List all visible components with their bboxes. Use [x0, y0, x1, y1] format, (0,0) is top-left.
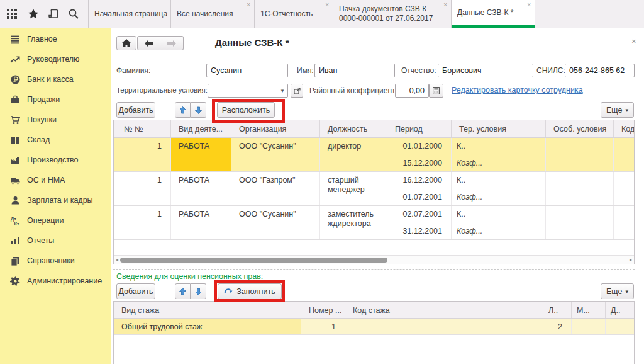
tab-close-icon[interactable]: × — [247, 2, 250, 8]
cell-territory[interactable]: К.. — [452, 206, 546, 222]
table-row[interactable]: 1 РАБОТА ООО "Газпром" старший менеджер … — [114, 172, 634, 206]
name-field[interactable]: Иван — [314, 64, 395, 77]
back-button[interactable] — [137, 36, 160, 50]
cell-position[interactable]: заместитель ждиректора — [320, 206, 387, 239]
history-icon[interactable] — [48, 8, 59, 20]
sidebar-item-reports[interactable]: Отчеты — [0, 230, 111, 251]
column-header[interactable]: Должность — [320, 120, 387, 137]
scrollbar-thumb[interactable] — [120, 258, 387, 263]
more-button-bottom[interactable]: Еще▾ — [601, 283, 634, 299]
scroll-right-icon[interactable]: ▸ — [630, 257, 632, 263]
sidebar-item-administration[interactable]: Администрирование — [0, 271, 111, 291]
territory-combo[interactable]: ▾ — [208, 84, 288, 98]
move-up-button[interactable] — [175, 283, 191, 299]
cell-num[interactable]: 1 — [114, 172, 171, 188]
cell-days[interactable] — [606, 319, 634, 334]
move-down-button[interactable] — [191, 283, 206, 299]
cell-organization[interactable]: ООО "Сусанин" — [231, 206, 320, 239]
forward-button[interactable] — [160, 36, 184, 50]
cell-num[interactable]: 1 — [114, 138, 171, 154]
move-down-button[interactable] — [191, 102, 206, 118]
favorites-star-icon[interactable] — [28, 8, 39, 20]
tab-1c-reporting[interactable]: 1С-Отчетность× — [255, 0, 333, 28]
surname-field[interactable]: Сусанин — [206, 64, 288, 77]
coefficient-field[interactable]: 0,00 — [395, 84, 429, 98]
table-row[interactable]: 1 РАБОТА ООО "Сусанин" заместитель ждире… — [114, 206, 634, 240]
home-button[interactable] — [116, 36, 136, 50]
horizontal-scrollbar[interactable]: ◂ ▸ — [114, 255, 634, 264]
column-header[interactable]: Код стажа — [345, 302, 543, 318]
cell-activity-type[interactable]: РАБОТА — [171, 138, 231, 171]
patronymic-field[interactable]: Борисович — [438, 64, 533, 77]
search-icon[interactable] — [68, 8, 79, 20]
tab-szvk-data[interactable]: Данные СЗВ-К *× — [452, 0, 535, 28]
edit-employee-card-link[interactable]: Редактировать карточку сотрудника — [452, 86, 583, 94]
sidebar-item-bank[interactable]: Банк и касса — [0, 69, 111, 89]
cell-experience-code[interactable] — [345, 319, 543, 334]
chevron-down-icon[interactable]: ▾ — [277, 84, 287, 97]
column-header[interactable]: Тер. условия — [452, 120, 546, 137]
sidebar-item-sales[interactable]: Продажи — [0, 89, 111, 110]
cell-number[interactable]: 1 — [301, 319, 345, 334]
cell-territory-coef[interactable]: Коэф... — [452, 188, 546, 205]
column-header[interactable]: Вид стажа — [114, 302, 301, 318]
sidebar-item-purchases[interactable]: Покупки — [0, 110, 111, 130]
more-button-top[interactable]: Еще▾ — [601, 102, 634, 118]
cell-num[interactable]: 1 — [114, 206, 171, 222]
sidebar-item-warehouse[interactable]: Склад — [0, 130, 111, 150]
apps-grid-icon[interactable] — [6, 8, 18, 20]
section-divider — [113, 269, 635, 270]
tab-home-page[interactable]: Начальная страница — [88, 0, 171, 28]
cell-activity-type[interactable]: РАБОТА — [171, 206, 231, 239]
add-button-pension[interactable]: Добавить — [116, 283, 155, 299]
cell-territory-coef[interactable]: Коэф... — [452, 154, 546, 171]
cell-territory-coef[interactable]: Коэф... — [452, 222, 546, 239]
sidebar-item-operations[interactable]: ДтКтОперации — [0, 210, 111, 230]
sidebar-item-salary-hr[interactable]: Зарплата и кадры — [0, 190, 111, 210]
cell-period-end[interactable]: 01.07.2001 — [387, 188, 452, 205]
column-header[interactable]: Особ. условия — [546, 120, 614, 137]
column-header[interactable]: Период — [387, 120, 452, 137]
column-header[interactable]: Л.. — [543, 302, 572, 318]
cell-period-start[interactable]: 01.01.2000 — [387, 138, 452, 154]
tab-all-accruals[interactable]: Все начисления× — [171, 0, 255, 28]
column-header[interactable]: Код — [614, 120, 634, 137]
cell-experience-kind[interactable]: Общий трудовой стаж — [114, 319, 301, 334]
cell-months[interactable] — [572, 319, 606, 334]
cell-period-start[interactable]: 16.12.2000 — [387, 172, 452, 188]
column-header[interactable]: № № — [114, 120, 171, 137]
add-button[interactable]: Добавить — [116, 102, 155, 118]
column-header[interactable]: Номер ... — [301, 302, 345, 318]
tab-close-icon[interactable]: × — [325, 2, 329, 8]
cell-period-end[interactable]: 15.12.2000 — [387, 154, 452, 171]
column-header[interactable]: М... — [572, 302, 606, 318]
calculator-button[interactable] — [429, 84, 443, 98]
territory-open-button[interactable] — [291, 84, 303, 98]
cell-period-start[interactable]: 02.07.2001 — [387, 206, 452, 222]
sidebar-item-manager[interactable]: Руководителю — [0, 49, 111, 69]
table-row[interactable]: 1 РАБОТА ООО "Сусанин" директор 01.01.20… — [114, 138, 634, 172]
close-form-icon[interactable]: × — [631, 37, 636, 46]
cell-activity-type[interactable]: РАБОТА — [171, 172, 231, 205]
cell-position[interactable]: старший менеджер — [320, 172, 387, 205]
scroll-left-icon[interactable]: ◂ — [116, 257, 118, 263]
cell-territory[interactable]: К.. — [452, 172, 546, 188]
tab-close-icon[interactable]: × — [527, 2, 531, 8]
tab-close-icon[interactable]: × — [443, 2, 447, 8]
sidebar-item-production[interactable]: Производство — [0, 150, 111, 170]
cell-period-end[interactable]: 31.12.2001 — [387, 222, 452, 239]
sidebar-item-label: Справочники — [27, 256, 75, 265]
cell-territory[interactable]: К.. — [452, 138, 546, 154]
sidebar-item-os-nma[interactable]: ОС и НМА — [0, 170, 111, 190]
cell-years[interactable]: 2 — [543, 319, 572, 334]
sidebar-item-main[interactable]: Главное — [0, 29, 111, 49]
table-row[interactable]: Общий трудовой стаж 1 2 — [114, 319, 634, 335]
move-up-button[interactable] — [175, 102, 191, 118]
column-header[interactable]: Д.. — [606, 302, 634, 318]
cell-organization[interactable]: ООО "Газпром" — [231, 172, 320, 205]
cell-organization[interactable]: ООО "Сусанин" — [231, 138, 320, 171]
sidebar-item-directories[interactable]: Справочники — [0, 251, 111, 271]
tab-document-pack[interactable]: Пачка документов СЗВ К 0000-000001 от 27… — [333, 0, 452, 28]
cell-position[interactable]: директор — [320, 138, 387, 171]
snils-field[interactable]: 056-242-865 62 — [565, 64, 635, 77]
